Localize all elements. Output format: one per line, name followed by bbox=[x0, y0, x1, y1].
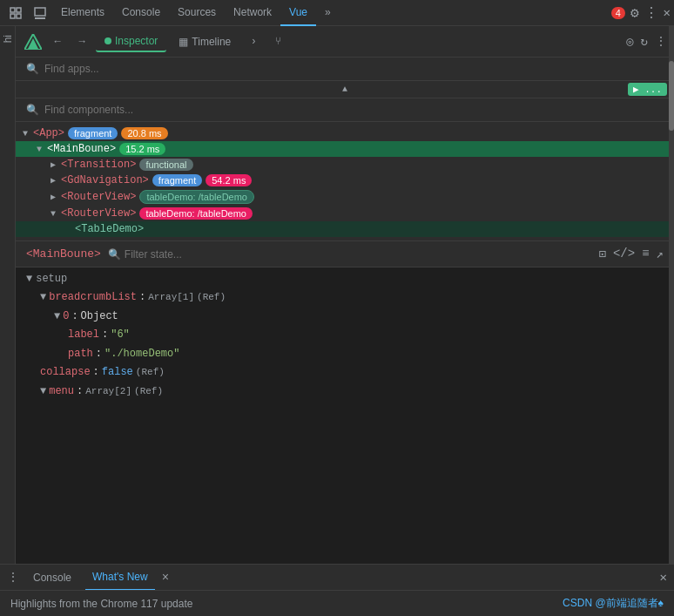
path-value: "./homeDemo" bbox=[104, 345, 179, 364]
arrow-mainboune: ▼ bbox=[37, 145, 47, 154]
state-tree: ▼ setup ▼ breadcrumbList : Array[1] (Ref… bbox=[16, 267, 674, 564]
filter-icon[interactable]: ≡ bbox=[642, 247, 649, 261]
console-menu-icon[interactable]: ⋮ bbox=[7, 570, 19, 585]
settings-icon[interactable]: ⚙ bbox=[630, 4, 639, 22]
badge-mainboune-ms: 15.2 ms bbox=[119, 143, 165, 155]
forward-button[interactable]: → bbox=[71, 31, 92, 52]
state-filter: 🔍 bbox=[108, 248, 229, 261]
open-external-icon[interactable]: ↗ bbox=[657, 247, 664, 261]
obj-row: ▼ 0 : Object bbox=[26, 308, 664, 327]
state-filter-input[interactable] bbox=[125, 248, 229, 261]
cursor-icon[interactable] bbox=[3, 0, 28, 26]
inspector-label: Inspector bbox=[115, 35, 158, 47]
badge-gdnav-ms: 54.2 ms bbox=[206, 174, 252, 186]
timeline-label: Timeline bbox=[192, 36, 231, 48]
collapse-row: collapse : false (Ref) bbox=[26, 363, 664, 382]
search-comp-icon: 🔍 bbox=[26, 104, 39, 116]
badge-routerview2: tableDemo: /tableDemo bbox=[139, 207, 253, 220]
close-console-panel-icon[interactable]: ✕ bbox=[660, 570, 667, 585]
tag-gdnav: <GdNavigation> bbox=[61, 174, 149, 186]
scroll-hint: ▲ ▶ ... bbox=[16, 81, 674, 98]
tag-mainboune: <MainBoune> bbox=[47, 143, 116, 155]
tree-row-mainboune[interactable]: ▼ <MainBoune> 15.2 ms bbox=[16, 141, 674, 157]
chevron-right-icon[interactable]: › bbox=[243, 31, 264, 52]
breadcrumb-type: Array[1] bbox=[148, 289, 194, 307]
find-components-bar: 🔍 bbox=[16, 98, 674, 122]
search-state-icon: 🔍 bbox=[108, 248, 121, 261]
tab-more[interactable]: » bbox=[316, 0, 340, 26]
breadcrumb-expand-icon[interactable]: ▼ bbox=[40, 288, 46, 308]
menu-expand-icon[interactable]: ▼ bbox=[40, 382, 46, 402]
label-key: label bbox=[68, 326, 99, 345]
more-vue-icon[interactable]: ⋮ bbox=[655, 34, 667, 49]
label-value: "6" bbox=[111, 326, 130, 345]
tag-routerview1: <RouterView> bbox=[61, 191, 136, 203]
arrow-transition: ▶ bbox=[51, 159, 61, 170]
devtools-tabbar: Elements Console Sources Network Vue » 4… bbox=[0, 0, 674, 26]
state-header: <MainBoune> 🔍 ⊡ </> ≡ ↗ bbox=[16, 241, 674, 267]
target-icon[interactable]: ◎ bbox=[626, 34, 633, 49]
tree-row-routerview1[interactable]: ▶ <RouterView> tableDemo: /tableDemo bbox=[16, 188, 674, 206]
tab-sources[interactable]: Sources bbox=[169, 0, 225, 26]
search-apps-icon: 🔍 bbox=[26, 63, 39, 75]
tree-row-app[interactable]: ▼ <App> fragment 20.8 ms bbox=[16, 125, 674, 141]
obj-key: 0 bbox=[63, 308, 69, 327]
breadcrumb-ref: (Ref) bbox=[197, 289, 226, 307]
arrow-gdnav: ▶ bbox=[51, 175, 61, 186]
badge-routerview1: tableDemo: /tableDemo bbox=[139, 190, 254, 204]
inspector-mode-icon[interactable] bbox=[28, 0, 52, 26]
obj-expand-icon[interactable]: ▼ bbox=[54, 308, 60, 327]
graph-icon[interactable]: ⑂ bbox=[267, 31, 288, 52]
tab-timeline[interactable]: ▦ Timeline bbox=[170, 32, 239, 51]
status-bar: Highlights from the Chrome 117 update CS… bbox=[0, 590, 674, 616]
tree-row-gdnav[interactable]: ▶ <GdNavigation> fragment 54.2 ms bbox=[16, 173, 674, 188]
svg-rect-2 bbox=[10, 14, 15, 18]
tab-inspector[interactable]: Inspector bbox=[96, 31, 166, 52]
badge-app-ms: 20.8 ms bbox=[121, 127, 167, 139]
find-components-input[interactable] bbox=[44, 104, 664, 116]
tag-app: <App> bbox=[33, 127, 64, 139]
scroll-badge: ▶ ... bbox=[628, 83, 667, 96]
refresh-icon[interactable]: ↻ bbox=[641, 34, 648, 49]
setup-arrow: ▼ bbox=[26, 273, 32, 285]
tab-elements[interactable]: Elements bbox=[52, 0, 113, 26]
scrollbar[interactable] bbox=[669, 26, 674, 564]
svg-rect-5 bbox=[35, 17, 45, 19]
label-row: label : "6" bbox=[26, 326, 664, 345]
console-close-x[interactable]: × bbox=[162, 571, 169, 585]
back-button[interactable]: ← bbox=[47, 31, 68, 52]
code-icon[interactable]: </> bbox=[613, 247, 635, 261]
tag-transition: <Transition> bbox=[61, 159, 136, 171]
console-tab-btn[interactable]: Console bbox=[26, 565, 78, 591]
more-options-icon[interactable]: ⋮ bbox=[644, 4, 658, 22]
scrollbar-thumb[interactable] bbox=[669, 61, 674, 131]
state-actions: ⊡ </> ≡ ↗ bbox=[599, 247, 664, 261]
collapse-ref: (Ref) bbox=[136, 364, 165, 382]
collapse-value: false bbox=[102, 363, 133, 382]
path-key: path bbox=[68, 345, 93, 364]
tab-vue[interactable]: Vue bbox=[280, 0, 316, 26]
tree-row-transition[interactable]: ▶ <Transition> functional bbox=[16, 157, 674, 173]
error-badge: 4 bbox=[611, 7, 625, 19]
tab-network[interactable]: Network bbox=[225, 0, 280, 26]
svg-rect-1 bbox=[17, 8, 21, 12]
menu-type: Array[2] bbox=[85, 383, 131, 401]
collapse-key: collapse bbox=[40, 363, 91, 382]
snapshot-icon[interactable]: ⊡ bbox=[599, 247, 606, 261]
status-right: CSDN @前端追随者♠ bbox=[563, 596, 664, 611]
left-sidebar: hi bbox=[0, 26, 16, 564]
tab-console[interactable]: Console bbox=[113, 0, 169, 26]
tag-tabledemo: <TableDemo> bbox=[75, 223, 144, 235]
vue-panel: ← → Inspector ▦ Timeline › ⑂ ◎ ↻ ⋮ 🔍 bbox=[16, 26, 674, 564]
close-devtools-icon[interactable]: ✕ bbox=[664, 5, 671, 20]
svg-rect-3 bbox=[17, 14, 21, 18]
vue-toolbar: ← → Inspector ▦ Timeline › ⑂ ◎ ↻ ⋮ bbox=[16, 26, 674, 58]
vue-toolbar-actions: ◎ ↻ ⋮ bbox=[626, 34, 667, 49]
svg-rect-4 bbox=[35, 8, 45, 16]
find-apps-input[interactable] bbox=[44, 63, 664, 75]
vue-logo bbox=[23, 31, 44, 52]
whatsnew-tab-btn[interactable]: What's New bbox=[85, 565, 155, 591]
tree-row-tabledemo[interactable]: <TableDemo> bbox=[16, 221, 674, 237]
tree-row-routerview2[interactable]: ▼ <RouterView> tableDemo: /tableDemo bbox=[16, 206, 674, 221]
timeline-icon: ▦ bbox=[179, 36, 188, 48]
